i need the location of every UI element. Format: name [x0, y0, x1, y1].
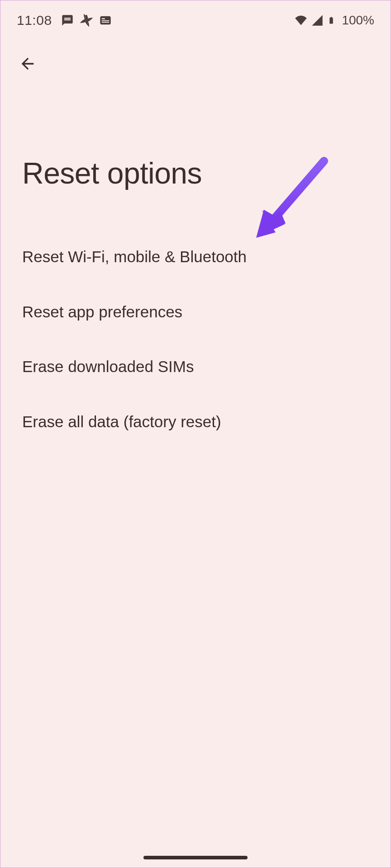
status-right-group: 100% [295, 13, 374, 28]
option-erase-downloaded-sims[interactable]: Erase downloaded SIMs [0, 339, 391, 394]
option-label: Erase downloaded SIMs [22, 358, 194, 375]
header-row [0, 35, 391, 84]
option-erase-all-data-factory-reset[interactable]: Erase all data (factory reset) [0, 394, 391, 449]
svg-rect-1 [101, 18, 105, 19]
cellular-signal-icon [311, 14, 324, 27]
option-label: Reset Wi-Fi, mobile & Bluetooth [22, 248, 247, 265]
svg-rect-3 [101, 22, 109, 23]
battery-icon [327, 14, 335, 27]
news-icon [99, 14, 112, 27]
option-reset-app-preferences[interactable]: Reset app preferences [0, 284, 391, 340]
status-time: 11:08 [17, 13, 52, 28]
battery-percent: 100% [342, 13, 374, 28]
gesture-nav-bar[interactable] [143, 856, 248, 859]
arrow-back-icon [19, 55, 37, 73]
status-left-group: 11:08 [17, 13, 112, 28]
svg-rect-2 [101, 20, 109, 21]
notification-icons [61, 14, 112, 27]
wifi-icon [295, 14, 307, 27]
pinwheel-icon [80, 14, 93, 27]
status-bar: 11:08 100% [0, 0, 391, 35]
option-label: Reset app preferences [22, 303, 182, 321]
message-icon [61, 14, 74, 27]
back-button[interactable] [17, 53, 38, 75]
options-list: Reset Wi-Fi, mobile & Bluetooth Reset ap… [0, 217, 391, 461]
option-label: Erase all data (factory reset) [22, 413, 221, 430]
option-reset-wifi-mobile-bluetooth[interactable]: Reset Wi-Fi, mobile & Bluetooth [0, 229, 391, 284]
page-title: Reset options [0, 84, 391, 217]
